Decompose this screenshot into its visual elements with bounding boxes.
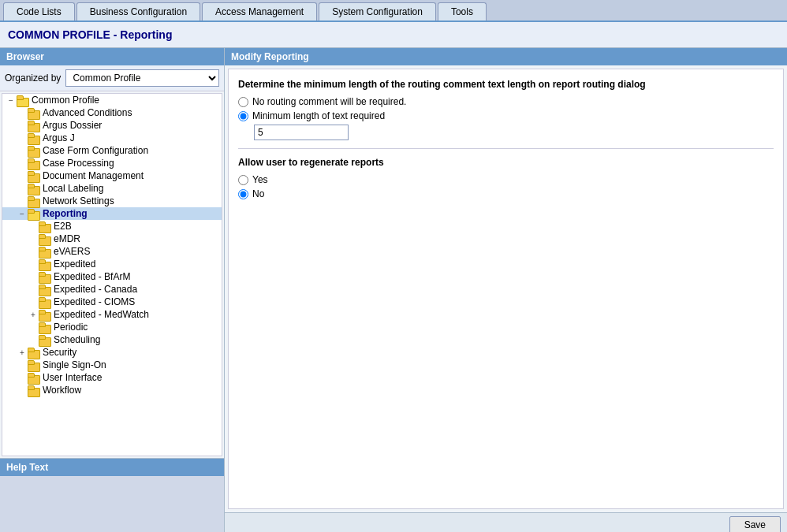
radio-row-yes: Yes <box>238 174 774 185</box>
tree-item-periodic[interactable]: Periodic <box>2 321 222 333</box>
organized-by-label: Organized by <box>5 73 61 84</box>
item-label: E2B <box>54 221 72 232</box>
root-folder-icon <box>17 95 29 106</box>
item-label: Expedited - MedWatch <box>54 309 149 320</box>
item-label: Periodic <box>54 322 88 333</box>
tree-item-single-sign-on[interactable]: Single Sign-On <box>2 359 222 371</box>
save-button[interactable]: Save <box>729 516 781 532</box>
expand-icon <box>28 298 39 307</box>
folder-icon <box>39 221 51 232</box>
tree-item-network-settings[interactable]: Network Settings <box>2 195 222 207</box>
help-text-body <box>0 476 224 532</box>
folder-icon <box>39 271 51 282</box>
tree-item-expedited-medwatch[interactable]: + Expedited - MedWatch <box>2 308 222 321</box>
item-label: Expedited - BfArM <box>54 271 130 282</box>
expand-icon <box>17 197 28 206</box>
root-expand-icon[interactable]: − <box>6 96 17 105</box>
expand-icon <box>28 273 39 281</box>
expand-icon <box>17 147 28 155</box>
folder-icon <box>39 296 51 307</box>
tree-item-e2b[interactable]: E2B <box>2 220 222 233</box>
folder-icon <box>28 372 40 383</box>
folder-icon <box>39 322 51 333</box>
organized-by-select[interactable]: Common Profile <box>65 69 219 87</box>
tree-item-scheduling[interactable]: Scheduling <box>2 333 222 346</box>
radio-regen-no[interactable] <box>238 189 248 199</box>
tree-item-argus-dossier[interactable]: Argus Dossier <box>2 119 222 132</box>
tab-code-lists[interactable]: Code Lists <box>3 2 75 20</box>
reporting-label: Reporting <box>43 208 88 219</box>
section1-title: Determine the minimum length of the rout… <box>238 79 774 90</box>
section2-title: Allow user to regenerate reports <box>238 157 774 168</box>
item-label: Argus Dossier <box>43 120 102 131</box>
tree-item-expedited-cioms[interactable]: Expedited - CIOMS <box>2 296 222 308</box>
folder-icon <box>28 170 40 181</box>
item-label: Expedited - Canada <box>54 284 137 295</box>
tree-item-evaers[interactable]: eVAERS <box>2 245 222 258</box>
tree-item-workflow[interactable]: Workflow <box>2 384 222 396</box>
tree-item-case-form-config[interactable]: Case Form Configuration <box>2 144 222 157</box>
item-label: Network Settings <box>43 195 114 206</box>
right-panel: Modify Reporting Determine the minimum l… <box>225 48 787 532</box>
page-title: COMMON PROFILE - Reporting <box>0 22 787 48</box>
tab-system-config[interactable]: System Configuration <box>319 2 436 20</box>
section-divider <box>238 148 774 149</box>
tree-item-local-labeling[interactable]: Local Labeling <box>2 182 222 195</box>
item-label: Advanced Conditions <box>43 107 132 118</box>
folder-icon <box>28 120 40 131</box>
tree-item-security[interactable]: + Security <box>2 346 222 359</box>
tree-item-document-management[interactable]: Document Management <box>2 169 222 182</box>
tab-business-config[interactable]: Business Configuration <box>76 2 200 20</box>
expand-icon <box>28 285 39 294</box>
expand-icon <box>28 260 39 269</box>
root-label: Common Profile <box>32 95 99 106</box>
folder-icon <box>28 347 40 358</box>
radio-regen-yes[interactable] <box>238 175 248 185</box>
folder-icon <box>39 246 51 257</box>
expand-icon <box>17 159 28 168</box>
bottom-bar: Save <box>225 512 787 532</box>
item-label: eVAERS <box>54 246 90 257</box>
tree-item-argus-j[interactable]: Argus J <box>2 132 222 144</box>
item-label: Argus J <box>43 132 75 143</box>
radio-no-comment[interactable] <box>238 97 248 107</box>
folder-icon <box>28 145 40 156</box>
tree-item-user-interface[interactable]: User Interface <box>2 371 222 384</box>
expand-icon <box>17 109 28 117</box>
tree-item-advanced-conditions[interactable]: Advanced Conditions <box>2 106 222 119</box>
tree-item-case-processing[interactable]: Case Processing <box>2 157 222 169</box>
organized-by-row: Organized by Common Profile <box>0 65 224 91</box>
tree-item-expedited[interactable]: Expedited <box>2 258 222 270</box>
tab-tools[interactable]: Tools <box>438 2 487 20</box>
tree-root[interactable]: − Common Profile <box>2 94 222 106</box>
tree-item-emdr[interactable]: eMDR <box>2 233 222 245</box>
radio-no-label: No <box>252 188 264 199</box>
expand-icon <box>17 134 28 143</box>
folder-icon <box>39 309 51 320</box>
folder-icon <box>28 385 40 396</box>
item-label: Single Sign-On <box>43 359 106 370</box>
tree-item-expedited-bfarm[interactable]: Expedited - BfArM <box>2 270 222 283</box>
security-expand-icon[interactable]: + <box>17 348 28 357</box>
min-length-input[interactable] <box>254 125 349 140</box>
radio-min-length[interactable] <box>238 111 248 121</box>
item-label: Workflow <box>43 385 81 396</box>
expand-icon <box>28 336 39 344</box>
expand-icon <box>28 323 39 332</box>
reporting-folder-icon <box>28 208 40 219</box>
medwatch-expand-icon[interactable]: + <box>28 311 39 319</box>
tree-item-expedited-canada[interactable]: Expedited - Canada <box>2 283 222 296</box>
folder-icon <box>28 359 40 370</box>
item-label: eMDR <box>54 233 80 244</box>
expand-icon <box>17 374 28 382</box>
radio-group-routing: No routing comment will be required. Min… <box>238 96 774 140</box>
item-label: Document Management <box>43 170 144 181</box>
reporting-expand-icon[interactable]: − <box>17 210 28 218</box>
tree-item-reporting[interactable]: − Reporting <box>2 207 222 220</box>
item-label: Case Form Configuration <box>43 145 148 156</box>
tab-access-management[interactable]: Access Management <box>202 2 317 20</box>
radio-row-min-length: Minimum length of text required <box>238 110 774 121</box>
item-label: Case Processing <box>43 158 114 169</box>
item-label: Expedited - CIOMS <box>54 296 135 307</box>
main-layout: Browser Organized by Common Profile − Co… <box>0 48 787 532</box>
